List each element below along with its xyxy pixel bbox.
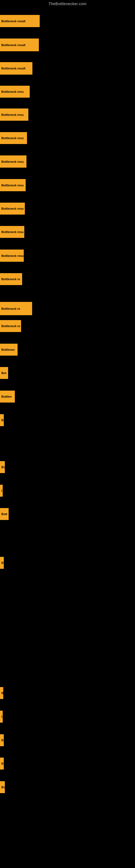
- bottleneck-label-17: Bottlen: [0, 391, 15, 403]
- bottleneck-label-3: Bottleneck result: [0, 62, 32, 74]
- bottleneck-label-7: Bottleneck resu: [0, 155, 27, 167]
- bottleneck-label-24: I: [0, 711, 3, 723]
- bottleneck-label-2: Bottleneck result: [0, 38, 39, 51]
- bottleneck-label-5: Bottleneck resu: [0, 108, 28, 121]
- bottleneck-label-25: B: [0, 734, 4, 746]
- bottleneck-label-22: B: [0, 557, 4, 569]
- bottleneck-label-26: B: [0, 757, 4, 770]
- bottleneck-label-23: B: [0, 687, 3, 699]
- bottleneck-label-18: B: [0, 414, 4, 426]
- site-title: TheBottlenecker.com: [0, 0, 135, 8]
- bottleneck-label-4: Bottleneck resu: [0, 86, 30, 98]
- bottleneck-label-6: Bottleneck resu: [0, 132, 27, 144]
- bottleneck-label-12: Bottleneck re: [0, 273, 22, 285]
- bottleneck-label-1: Bottleneck result: [0, 15, 40, 27]
- bottleneck-label-11: Bottleneck resu: [0, 250, 24, 262]
- bottleneck-label-13: Bottleneck re: [0, 302, 32, 315]
- bottleneck-label-9: Bottleneck resu: [0, 203, 25, 215]
- bottleneck-label-10: Bottleneck resu: [0, 226, 24, 238]
- bottleneck-label-14: Bottleneck re: [0, 320, 21, 332]
- bottleneck-label-21: Bott: [0, 508, 9, 520]
- bottleneck-label-15: Bottlenec: [0, 344, 17, 355]
- bottleneck-label-16: Bot: [0, 367, 8, 379]
- bottleneck-label-19: Bo: [0, 461, 5, 473]
- bottleneck-label-20: I: [0, 485, 3, 497]
- bottleneck-label-8: Bottleneck resu: [0, 179, 26, 191]
- bottleneck-label-27: Bo: [0, 781, 5, 793]
